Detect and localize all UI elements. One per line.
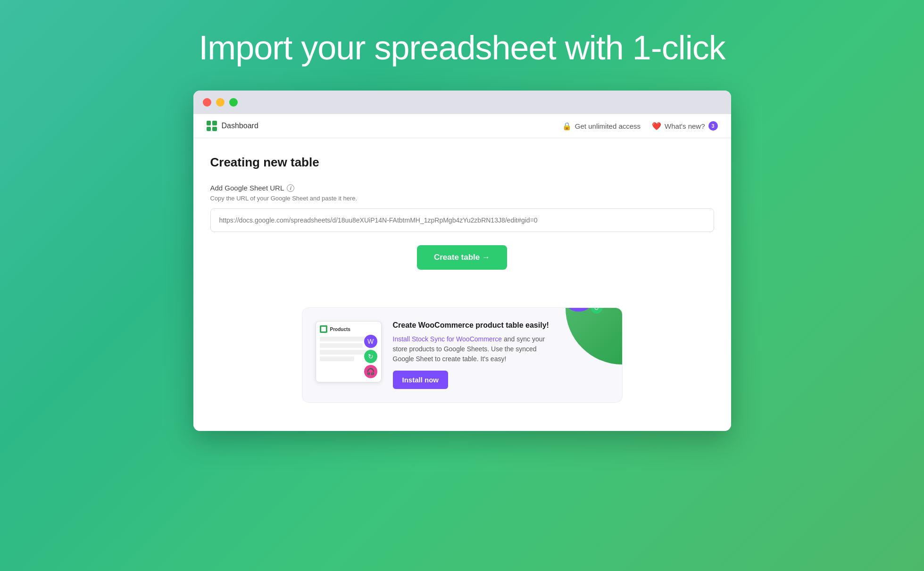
dashboard-icon bbox=[207, 121, 217, 131]
form-label: Add Google Sheet URL i bbox=[210, 184, 714, 192]
promo-card: Products W ↻ 🎧 Create WooCommerce produc… bbox=[302, 307, 623, 403]
titlebar bbox=[193, 91, 731, 114]
close-button[interactable] bbox=[203, 98, 211, 107]
google-sheet-url-input[interactable] bbox=[210, 208, 714, 232]
sheet-plugin-icons: W ↻ 🎧 bbox=[364, 335, 377, 378]
promo-illustration: Products W ↻ 🎧 bbox=[316, 321, 382, 382]
get-unlimited-access-button[interactable]: 🔒 Get unlimited access bbox=[562, 122, 641, 131]
promo-link[interactable]: Install Stock Sync for WooCommerce bbox=[393, 335, 502, 343]
woo-icon: W bbox=[364, 335, 377, 348]
lock-icon: 🔒 bbox=[562, 122, 572, 131]
maximize-button[interactable] bbox=[229, 98, 238, 107]
sheet-title: Products bbox=[330, 327, 350, 332]
info-icon[interactable]: i bbox=[287, 184, 294, 192]
pay-icon: 🎧 bbox=[364, 365, 377, 378]
spreadsheet-preview: Products W ↻ 🎧 bbox=[316, 321, 382, 382]
app-window: Dashboard 🔒 Get unlimited access ❤️ What… bbox=[193, 91, 731, 431]
nav-left: Dashboard bbox=[207, 121, 258, 131]
form-hint: Copy the URL of your Google Sheet and pa… bbox=[210, 195, 714, 202]
whats-new-button[interactable]: ❤️ What's new? 3 bbox=[652, 121, 717, 131]
access-label: Get unlimited access bbox=[575, 122, 641, 130]
minimize-button[interactable] bbox=[216, 98, 225, 107]
page-heading: Creating new table bbox=[210, 155, 714, 170]
dashboard-label[interactable]: Dashboard bbox=[222, 122, 258, 130]
heart-icon: ❤️ bbox=[652, 122, 661, 131]
whats-new-label: What's new? bbox=[665, 122, 705, 130]
navbar: Dashboard 🔒 Get unlimited access ❤️ What… bbox=[193, 114, 731, 138]
sync-icon: ↻ bbox=[364, 350, 377, 363]
google-sheets-logo bbox=[320, 325, 327, 333]
create-btn-wrapper: Create table → bbox=[210, 245, 714, 289]
create-table-button[interactable]: Create table → bbox=[417, 245, 507, 270]
card-decoration bbox=[566, 308, 622, 364]
promo-heading: Create WooCommerce product table easily! bbox=[393, 321, 560, 330]
page-title: Import your spreadsheet with 1-click bbox=[199, 28, 725, 67]
sheet-header: Products bbox=[320, 325, 377, 333]
main-content: Creating new table Add Google Sheet URL … bbox=[193, 138, 731, 431]
nav-right: 🔒 Get unlimited access ❤️ What's new? 3 bbox=[562, 121, 718, 131]
notification-badge: 3 bbox=[708, 121, 718, 131]
promo-desc: Install Stock Sync for WooCommerce and s… bbox=[393, 334, 560, 364]
promo-text-content: Create WooCommerce product table easily!… bbox=[393, 321, 560, 389]
install-now-button[interactable]: Install now bbox=[393, 371, 449, 389]
